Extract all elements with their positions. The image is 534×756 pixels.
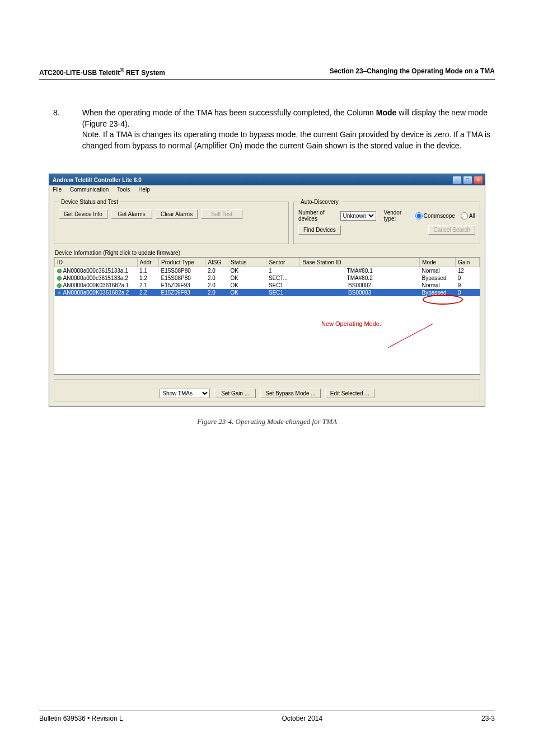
minimize-button[interactable]: –	[452, 176, 462, 184]
table-row[interactable]: AN0000a000c3615133a.11.1E15S08P802.0OK1T…	[55, 267, 480, 274]
col-sector[interactable]: Sector	[266, 258, 300, 267]
num-devices-select[interactable]: Unknown	[340, 211, 376, 221]
annotation-label: New Operating Mode.	[321, 320, 381, 327]
device-table[interactable]: ID Addr Product Type AISG Status Sector …	[54, 258, 480, 296]
get-device-info-button[interactable]: Get Device Info	[59, 209, 107, 219]
header-right: Section 23–Changing the Operating Mode o…	[330, 67, 495, 77]
col-gain[interactable]: Gain	[456, 258, 480, 267]
maximize-button[interactable]: □	[463, 176, 472, 184]
find-devices-button[interactable]: Find Devices	[298, 225, 341, 235]
table-row[interactable]: AN0000a000K0361682a.22.2E15Z09F932.0OKSE…	[55, 289, 480, 296]
close-button[interactable]: ×	[474, 176, 483, 184]
table-row[interactable]: AN0000a000c3615133a.21.2E15S08P802.0OKSE…	[55, 274, 480, 282]
vendor-type-label: Vendor type:	[384, 209, 410, 222]
footer-right: 23-3	[481, 715, 495, 722]
footer-center: October 2014	[282, 715, 322, 722]
footer-left: Bulletin 639536 • Revision L	[39, 715, 123, 722]
get-alarms-button[interactable]: Get Alarms	[111, 209, 152, 219]
status-led-icon	[57, 291, 62, 295]
col-status[interactable]: Status	[228, 258, 266, 267]
col-aisg[interactable]: AISG	[205, 258, 228, 267]
step-8: 8. When the operating mode of the TMA ha…	[53, 108, 495, 151]
menu-tools[interactable]: Tools	[117, 186, 130, 193]
cancel-search-button[interactable]: Cancel Search	[428, 225, 475, 235]
menubar[interactable]: File Communication Tools Help	[49, 185, 485, 194]
col-mode[interactable]: Mode	[420, 258, 456, 267]
col-product-type[interactable]: Product Type	[159, 258, 205, 267]
col-addr[interactable]: Addr	[137, 258, 158, 267]
menu-communication[interactable]: Communication	[70, 186, 109, 193]
page-header: ATC200-LITE-USB Teletilt® RET System Sec…	[39, 67, 495, 80]
status-led-icon	[57, 276, 62, 281]
menu-help[interactable]: Help	[138, 186, 150, 193]
edit-selected-button[interactable]: Edit Selected ...	[325, 389, 374, 398]
device-status-group: Device Status and Test Get Device Info G…	[54, 199, 289, 244]
annotation-circle	[423, 295, 463, 305]
header-left: ATC200-LITE-USB Teletilt® RET System	[39, 67, 165, 77]
annotation-line	[388, 324, 433, 348]
device-table-wrap: ID Addr Product Type AISG Status Sector …	[54, 257, 480, 375]
num-devices-label: Number of devices	[298, 209, 337, 222]
clear-alarms-button[interactable]: Clear Alarms	[156, 209, 198, 219]
col-id[interactable]: ID	[55, 258, 138, 267]
vendor-commscope-radio[interactable]: Commscope	[415, 212, 455, 220]
step-number: 8.	[53, 108, 60, 151]
bottom-button-bar: Show TMAs Set Gain ... Set Bypass Mode .…	[54, 379, 480, 402]
device-info-subheader: Device Information (Right click to updat…	[54, 250, 480, 256]
self-test-button[interactable]: Self Test	[201, 209, 242, 219]
status-led-icon	[57, 283, 62, 288]
menu-file[interactable]: File	[53, 186, 62, 193]
set-bypass-button[interactable]: Set Bypass Mode ...	[260, 389, 321, 398]
table-header-row[interactable]: ID Addr Product Type AISG Status Sector …	[55, 258, 480, 267]
titlebar[interactable]: Andrew Teletilt Controller Lite 8.0 – □ …	[49, 174, 485, 185]
table-row[interactable]: AN0000a000K0361682a.12.1E15Z09F932.0OKSE…	[55, 282, 480, 289]
device-status-legend: Device Status and Test	[59, 199, 120, 205]
auto-discovery-legend: Auto-Discovery	[298, 199, 341, 205]
app-window: Andrew Teletilt Controller Lite 8.0 – □ …	[49, 174, 485, 407]
auto-discovery-group: Auto-Discovery Number of devices Unknown…	[293, 199, 480, 244]
vendor-all-radio[interactable]: All	[461, 212, 475, 220]
page-footer: Bulletin 639536 • Revision L October 201…	[39, 711, 495, 722]
figure-caption: Figure 23-4. Operating Mode changed for …	[39, 417, 495, 426]
set-gain-button[interactable]: Set Gain ...	[214, 389, 256, 398]
show-tmas-select[interactable]: Show TMAs	[160, 389, 210, 398]
window-title: Andrew Teletilt Controller Lite 8.0	[53, 177, 142, 183]
status-led-icon	[57, 269, 62, 273]
col-base-station[interactable]: Base Station ID	[300, 258, 420, 267]
